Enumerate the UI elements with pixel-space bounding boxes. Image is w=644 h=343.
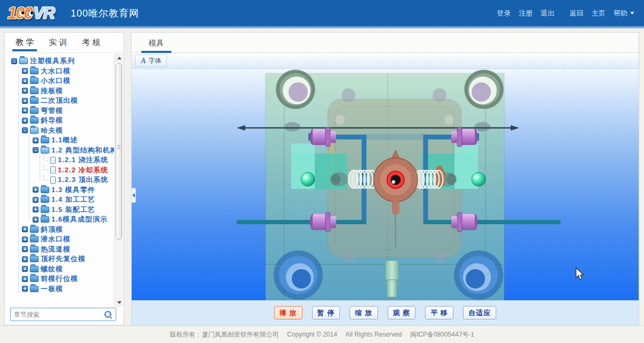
top-nav-link[interactable]: 退出 <box>541 9 555 18</box>
sidebar-tab[interactable]: 教 学 <box>14 34 35 51</box>
tree-node[interactable]: 哈夫模 <box>5 126 115 136</box>
tree-expander-icon[interactable] <box>22 78 28 84</box>
tree-node-icon <box>41 196 49 203</box>
tree-node[interactable]: 顶杆先复位模 <box>5 254 115 264</box>
header-divider <box>0 26 644 28</box>
top-nav-link[interactable]: 注册 <box>519 9 533 18</box>
font-a-icon: A <box>141 57 146 65</box>
viewer-control-button[interactable]: 暂 停 <box>312 306 340 319</box>
tree-expander-icon[interactable] <box>43 176 48 180</box>
tree-expander-icon[interactable] <box>33 187 39 193</box>
tab-mold[interactable]: 模具 <box>141 34 171 52</box>
viewer-toolbar: A 字体 <box>132 53 639 69</box>
sidebar-collapse-handle[interactable] <box>132 188 136 203</box>
tree-node[interactable]: 推板模 <box>5 86 115 96</box>
tree-node-label: 螺纹模 <box>41 264 63 274</box>
tree-expander-icon[interactable] <box>33 207 39 212</box>
sidebar-tab[interactable]: 考 核 <box>81 34 101 51</box>
page-footer: 版权所有：厦门凤凰创壹软件有限公司 Copyright © 2014 All R… <box>0 325 644 343</box>
tree-node-icon <box>50 166 56 173</box>
mold-3d-view[interactable] <box>132 69 639 300</box>
tree-expander-icon[interactable] <box>22 246 28 252</box>
tree-node-icon <box>30 68 39 74</box>
tree-expander-icon[interactable] <box>33 197 39 203</box>
tree-node[interactable]: 1.2.2 冷却系统 <box>5 165 115 176</box>
tree-expander-icon[interactable] <box>22 276 28 282</box>
tree-node[interactable]: 斜导模 <box>5 116 115 126</box>
tree-node[interactable]: 前模行位模 <box>5 274 115 284</box>
tree-node[interactable]: 螺纹模 <box>5 264 115 275</box>
tree-node-icon <box>41 137 49 143</box>
tree-node[interactable]: 小水口模 <box>5 76 115 86</box>
tree-node-label: 1.2.1 浇注系统 <box>58 155 109 165</box>
tree-expander-icon[interactable] <box>43 156 48 161</box>
tree-node-icon <box>30 246 39 253</box>
tree-expander-icon[interactable] <box>33 147 39 153</box>
tree-expander-icon[interactable] <box>33 217 39 223</box>
tree-expander-icon[interactable] <box>22 118 28 124</box>
tree-node-label: 热流道模 <box>41 245 71 254</box>
site-title: 100唯尔教育网 <box>71 7 139 20</box>
tree-node[interactable]: 1.4 加工工艺 <box>5 195 115 205</box>
tree-expander-icon[interactable] <box>22 237 28 242</box>
scrollbar-up-icon[interactable] <box>115 54 123 62</box>
content-tabbar: 模具 <box>132 33 639 53</box>
tree-node-label: 1.5 装配工艺 <box>51 205 95 215</box>
tree-node-label: 注塑模具系列 <box>30 56 75 66</box>
search-icon[interactable] <box>104 310 112 319</box>
font-button[interactable]: A 字体 <box>135 55 167 67</box>
sidebar-tab[interactable]: 实 训 <box>48 34 68 51</box>
tree-node[interactable]: 1.2.3 顶出系统 <box>5 175 115 185</box>
tree-node[interactable]: 1.2 典型结构和机构 <box>5 146 115 156</box>
top-nav-link[interactable]: 帮助 <box>613 9 634 18</box>
viewer-control-button[interactable]: 自适应 <box>463 306 496 319</box>
tree-node[interactable]: 斜顶模 <box>5 225 115 235</box>
sidebar-tabs: 教 学 实 训 考 核 <box>5 33 124 53</box>
tree-node[interactable]: 二次顶出模 <box>5 96 115 106</box>
viewer-control-button[interactable]: 观 察 <box>388 306 416 319</box>
tree-expander-icon[interactable] <box>22 286 28 292</box>
chapter-search-input[interactable] <box>14 311 104 318</box>
tree-node[interactable]: 注塑模具系列 <box>5 56 115 66</box>
tree-node-icon <box>19 58 28 64</box>
tree-node[interactable]: 一板模 <box>5 284 115 294</box>
tree-expander-icon[interactable] <box>22 266 28 272</box>
chapter-tree: 注塑模具系列 大水口模 小水口模 推板模 <box>5 56 115 303</box>
tree-expander-icon[interactable] <box>43 165 48 170</box>
tree-expander-icon[interactable] <box>22 88 28 94</box>
viewer-control-button[interactable]: 播 放 <box>274 306 302 319</box>
tree-node[interactable]: 潜水口模 <box>5 234 115 245</box>
tree-expander-icon[interactable] <box>22 226 28 232</box>
tree-expander-icon[interactable] <box>33 138 39 143</box>
top-nav: 登录 注册 退出 返回 主页 帮助 <box>497 9 634 18</box>
tree-expander-icon[interactable] <box>22 108 28 113</box>
tree-scrollbar[interactable] <box>114 54 123 307</box>
tree-node-icon <box>41 216 49 223</box>
tree-node-label: 小水口模 <box>41 76 71 86</box>
tree-node[interactable]: 1.2.1 浇注系统 <box>5 155 115 165</box>
viewer-control-button[interactable]: 平 移 <box>425 306 453 319</box>
tree-node[interactable]: 1.6模具成型演示 <box>5 215 115 225</box>
tree-node[interactable]: 大水口模 <box>5 66 115 77</box>
tree-node[interactable]: 热流道模 <box>5 245 115 255</box>
tree-node-label: 大水口模 <box>41 66 71 76</box>
tree-expander-icon[interactable] <box>11 58 17 64</box>
viewer-control-button[interactable]: 缩 放 <box>350 306 378 319</box>
scrollbar-thumb[interactable] <box>116 63 122 240</box>
viewer-3d[interactable] <box>132 69 639 300</box>
tree-expander-icon[interactable] <box>22 127 28 133</box>
tree-node[interactable]: 弯管模 <box>5 106 115 116</box>
tree-node-label: 1.2 典型结构和机构 <box>51 146 115 155</box>
tree-node[interactable]: 1.1概述 <box>5 135 115 146</box>
tree-node[interactable]: 1.3 模具零件 <box>5 185 115 195</box>
top-nav-link[interactable]: 主页 <box>592 9 605 18</box>
top-nav-link[interactable]: 返回 <box>570 9 584 18</box>
tree-node-label: 1.3 模具零件 <box>51 185 95 195</box>
tree-expander-icon[interactable] <box>22 68 28 74</box>
tree-expander-icon[interactable] <box>22 256 28 262</box>
tree-node[interactable]: 1.5 装配工艺 <box>5 205 115 215</box>
site-logo[interactable]: 100 VR <box>7 3 65 24</box>
tree-expander-icon[interactable] <box>22 98 28 104</box>
top-nav-link[interactable]: 登录 <box>497 9 511 18</box>
scrollbar-down-icon[interactable] <box>115 299 123 307</box>
